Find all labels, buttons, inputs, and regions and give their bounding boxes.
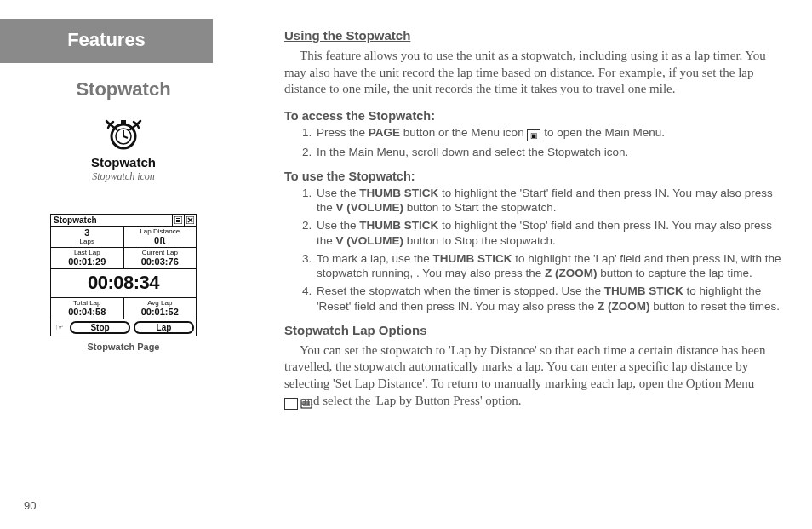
section-title: Stopwatch [0,78,213,101]
stopwatch-icon-caption: Stopwatch icon [34,170,213,183]
lap-button[interactable]: Lap [134,321,194,334]
lastlap-label: Last Lap [53,249,122,256]
stopwatch-cartoon-icon [98,112,149,153]
option-menu-inline-icon [284,398,298,410]
features-header: Features [0,19,213,63]
screen-title: Stopwatch [51,215,172,226]
main-time: 00:08:34 [51,269,196,298]
lap-options-heading: Stopwatch Lap Options [284,322,788,339]
lapdist-label: Lap Distance [126,227,195,235]
use-step-2: Use the THUMB STICK to highlight the 'St… [315,218,788,248]
stopwatch-icon-label: Stopwatch [34,155,213,170]
laps-value: 3 [53,227,122,238]
currlap-value: 00:03:76 [126,256,195,267]
use-step-1: Use the THUMB STICK to highlight the 'St… [315,186,788,216]
totlap-value: 00:04:58 [53,307,122,317]
totlap-label: Total Lap [53,299,122,307]
using-stopwatch-heading: Using the Stopwatch [284,27,788,44]
lap-options-paragraph: You can set the stopwatch to 'Lap by Dis… [284,342,788,410]
screen-caption: Stopwatch Page [34,342,213,352]
use-step-4: Reset the stopwatch when the timer is st… [315,284,788,313]
hand-pointer-icon: ☞ [53,322,66,333]
stop-button[interactable]: Stop [70,321,130,334]
lastlap-value: 00:01:29 [53,256,122,267]
lapdist-value: 0ft [126,235,195,245]
screen-close-icon [184,215,196,226]
page-number: 90 [24,499,36,512]
currlap-label: Current Lap [126,249,195,256]
intro-paragraph: This feature allows you to use the unit … [284,48,788,98]
access-stopwatch-heading: To access the Stopwatch: [284,108,788,124]
access-step-2: In the Main Menu, scroll down and select… [315,145,788,159]
svg-rect-4 [121,120,126,124]
stopwatch-screen: Stopwatch 3 Laps Lap Distance 0 [50,214,197,336]
use-step-3: To mark a lap, use the THUMB STICK to hi… [315,251,788,281]
menu-inline-icon: ▣ [527,129,540,141]
avglap-value: 00:01:52 [126,307,195,317]
laps-label: Laps [53,238,122,245]
screen-menu-icon [172,215,184,226]
avglap-label: Avg Lap [126,299,195,307]
access-step-1: Press the PAGE button or the Menu icon ▣… [315,125,788,141]
use-stopwatch-heading: To use the Stopwatch: [284,169,788,185]
